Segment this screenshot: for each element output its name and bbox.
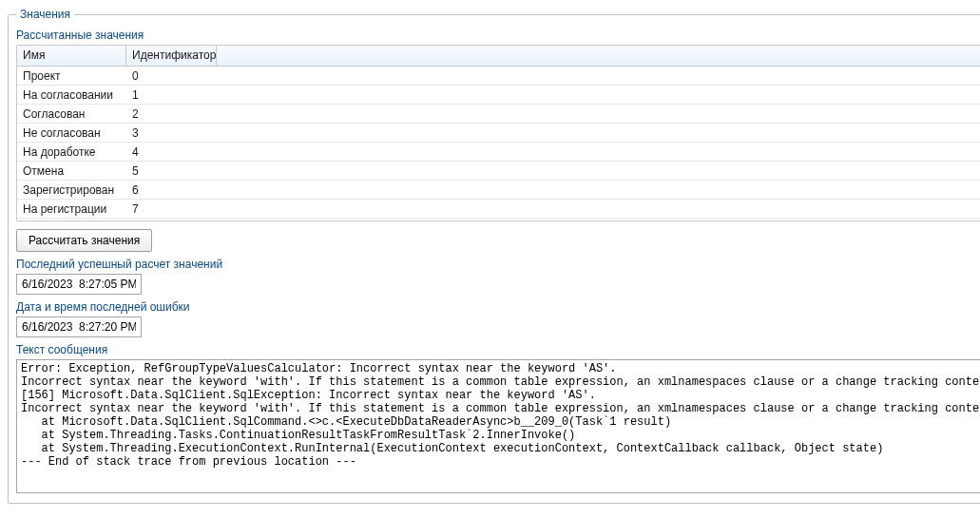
table-row[interactable]: На согласовании1 — [17, 86, 980, 105]
last-success-label: Последний успешный расчет значений — [16, 258, 980, 271]
cell-name: На доработке — [17, 145, 126, 159]
table-row[interactable]: Отмена5 — [17, 162, 980, 181]
table-row[interactable]: На регистрации7 — [17, 200, 980, 219]
message-text[interactable]: Error: Exception, RefGroupTypeValuesCalc… — [17, 360, 980, 492]
cell-name: Зарегистрирован — [17, 183, 126, 197]
last-error-field[interactable] — [16, 317, 142, 337]
column-header-id[interactable]: Идентификатор — [126, 46, 217, 66]
table-row[interactable]: Не согласован3 — [17, 124, 980, 143]
last-error-label: Дата и время последней ошибки — [16, 300, 980, 314]
cell-id: 1 — [126, 88, 217, 102]
cell-id: 6 — [126, 183, 217, 197]
cell-id: 4 — [126, 145, 217, 159]
column-header-name[interactable]: Имя — [17, 46, 126, 66]
cell-name: Не согласован — [17, 126, 126, 140]
values-groupbox: Значения Рассчитанные значения Имя Идент… — [8, 8, 980, 504]
grid-header: Имя Идентификатор — [17, 46, 980, 67]
message-textarea[interactable]: Error: Exception, RefGroupTypeValuesCalc… — [16, 359, 980, 493]
cell-id: 2 — [126, 107, 217, 121]
message-label: Текст сообщения — [16, 343, 980, 356]
groupbox-title: Значения — [16, 8, 74, 21]
cell-id: 0 — [126, 69, 217, 83]
cell-name: Согласован — [17, 107, 126, 121]
table-row[interactable]: Проект0 — [17, 67, 980, 86]
calculated-values-label: Рассчитанные значения — [16, 29, 980, 42]
cell-id: 3 — [126, 126, 217, 140]
cell-name: Отмена — [17, 164, 126, 178]
cell-id: 7 — [126, 202, 217, 216]
table-row[interactable]: Зарегистрирован6 — [17, 181, 980, 200]
table-row[interactable]: Согласован2 — [17, 105, 980, 124]
table-row[interactable]: На доработке4 — [17, 143, 980, 162]
cell-id: 5 — [126, 164, 217, 178]
cell-name: На согласовании — [17, 88, 126, 102]
last-success-field[interactable] — [16, 274, 142, 295]
cell-name: Проект — [17, 69, 126, 83]
calculate-values-button[interactable]: Рассчитать значения — [16, 229, 152, 252]
calculated-values-grid[interactable]: Имя Идентификатор Проект0На согласовании… — [16, 45, 980, 221]
cell-name: На регистрации — [17, 202, 126, 216]
